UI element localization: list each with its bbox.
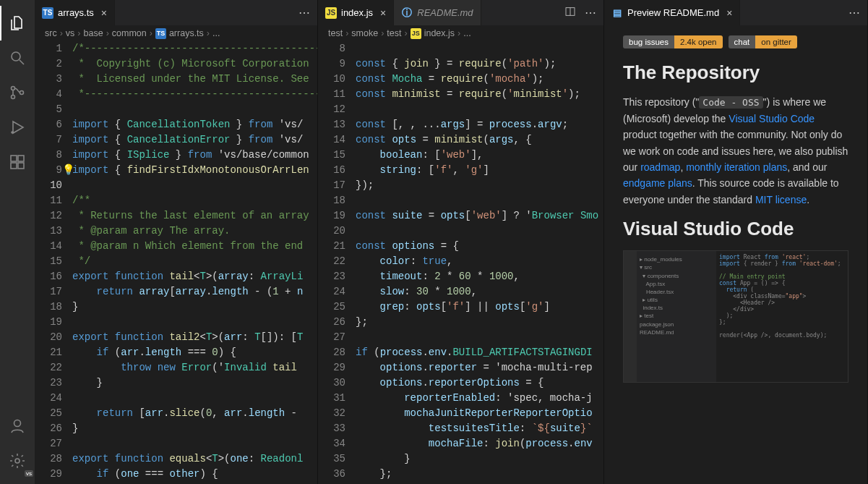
settings-badge: vs <box>25 470 33 477</box>
tab-arrays-ts[interactable]: TS arrays.ts × <box>35 0 115 25</box>
tab-preview-readme[interactable]: ▤ Preview README.md × <box>604 0 740 25</box>
link-vscode[interactable]: Visual Studio Code <box>729 113 815 124</box>
editor-group-1: TS arrays.ts × ⋯ src›vs›base›common›TSar… <box>35 0 318 484</box>
info-file-icon: ⓘ <box>401 7 413 19</box>
tab-actions: ⋯ <box>291 0 317 25</box>
split-editor-icon[interactable] <box>564 6 576 20</box>
breadcrumb[interactable]: src›vs›base›common›TSarrays.ts›... <box>35 25 317 41</box>
more-icon[interactable]: ⋯ <box>585 6 596 20</box>
more-icon[interactable]: ⋯ <box>298 6 310 20</box>
svg-rect-6 <box>11 163 17 169</box>
editor-group-3: ▤ Preview README.md × ⋯ bug issues2.4k o… <box>604 0 868 484</box>
code-content[interactable]: const { join } = require('path');const M… <box>356 41 603 484</box>
tab-index-js[interactable]: JSindex.js× <box>318 0 394 25</box>
breadcrumb[interactable]: test›smoke›test›JSindex.js›... <box>318 25 603 41</box>
tabs-group-2: JSindex.js×ⓘREADME.md ⋯ <box>318 0 603 25</box>
preview-heading-repo: The Repository <box>623 61 848 84</box>
text: , <box>680 161 686 173</box>
svg-point-2 <box>12 95 15 99</box>
svg-rect-5 <box>11 156 17 161</box>
tabs-group-1: TS arrays.ts × ⋯ <box>35 0 317 25</box>
tab-label: index.js <box>341 7 373 18</box>
preview-heading-vscode: Visual Studio Code <box>623 218 848 240</box>
preview-screenshot: ▸ node_modules▾ src ▾ components App.tsx… <box>623 250 848 383</box>
editor-body-2[interactable]: 8910111213141516171819202122232425262728… <box>318 41 603 484</box>
preview-paragraph: This repository ("Code - OSS") is where … <box>623 94 848 208</box>
tab-label: Preview README.md <box>627 7 719 18</box>
tabs-group-3: ▤ Preview README.md × ⋯ <box>604 0 867 25</box>
search-icon[interactable] <box>0 41 35 75</box>
badges-row: bug issues2.4k openchaton gitter <box>623 35 848 48</box>
svg-point-1 <box>12 87 15 90</box>
text: , and our <box>787 161 827 173</box>
tab-label: arrays.ts <box>58 7 94 18</box>
more-icon[interactable]: ⋯ <box>848 6 860 20</box>
editor-group-2: JSindex.js×ⓘREADME.md ⋯ test›smoke›test›… <box>318 0 604 484</box>
close-icon[interactable]: × <box>101 7 107 19</box>
editor-area: TS arrays.ts × ⋯ src›vs›base›common›TSar… <box>35 0 868 484</box>
scm-icon[interactable] <box>0 75 35 110</box>
svg-point-10 <box>15 459 20 463</box>
editor-body-1[interactable]: 1234567891011121314151617181920212223242… <box>35 41 317 484</box>
line-gutter: 1234567891011121314151617181920212223242… <box>35 41 72 484</box>
preview-body[interactable]: bug issues2.4k openchaton gitter The Rep… <box>604 25 867 484</box>
badge[interactable]: chaton gitter <box>729 35 797 48</box>
code-content[interactable]: /*--------------------------------------… <box>72 41 317 484</box>
svg-point-0 <box>12 52 20 61</box>
svg-point-9 <box>14 420 21 427</box>
badge[interactable]: bug issues2.4k open <box>623 35 723 48</box>
link-roadmap[interactable]: roadmap <box>640 161 680 173</box>
inline-code: Code - OSS <box>699 96 762 109</box>
debug-icon[interactable] <box>0 110 35 145</box>
link-endgame[interactable]: endgame plans <box>623 177 692 189</box>
preview-icon: ▤ <box>611 7 623 19</box>
link-mit[interactable]: MIT license <box>755 194 807 205</box>
ts-file-icon: TS <box>42 7 53 19</box>
account-icon[interactable] <box>0 409 35 443</box>
text: . <box>807 194 809 205</box>
text: This repository (" <box>623 96 699 108</box>
js-file-icon: JS <box>325 7 337 19</box>
svg-rect-7 <box>18 163 24 169</box>
lightbulb-icon[interactable]: 💡 <box>62 163 74 178</box>
svg-point-3 <box>20 91 24 95</box>
tab-actions: ⋯ <box>841 0 867 25</box>
tab-actions: ⋯ <box>557 0 603 25</box>
activity-bar: vs <box>0 0 35 484</box>
settings-icon[interactable]: vs <box>0 443 35 478</box>
svg-point-4 <box>12 132 13 133</box>
tab-readme-md[interactable]: ⓘREADME.md <box>394 0 481 25</box>
svg-rect-8 <box>18 156 24 161</box>
close-icon[interactable]: × <box>726 7 732 19</box>
extensions-icon[interactable] <box>0 145 35 179</box>
close-icon[interactable]: × <box>380 7 386 19</box>
files-icon[interactable] <box>0 6 35 41</box>
tab-label: README.md <box>417 7 473 18</box>
link-monthly[interactable]: monthly iteration plans <box>686 161 787 173</box>
line-gutter: 8910111213141516171819202122232425262728… <box>318 41 356 484</box>
